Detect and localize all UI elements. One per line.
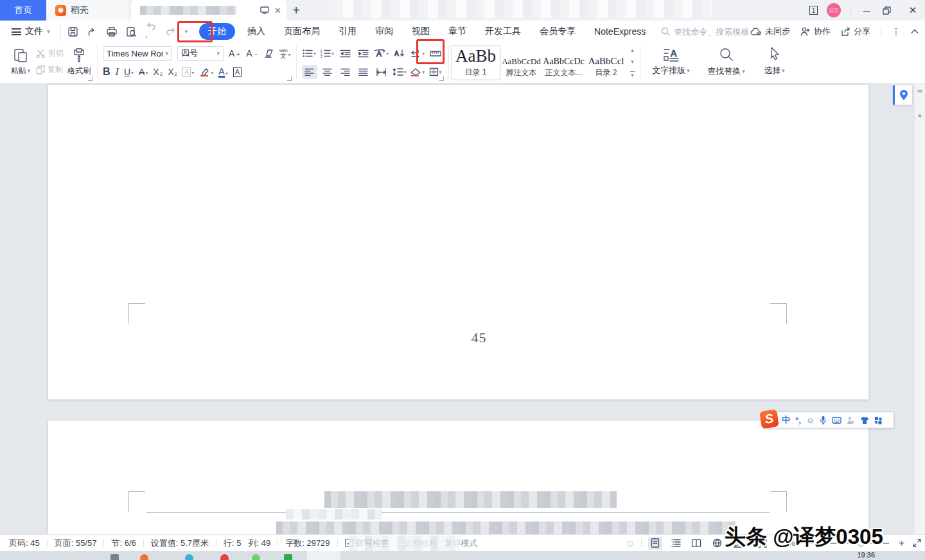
justify-icon[interactable] [356, 65, 371, 79]
styles-expand-icon[interactable]: ▼ [630, 71, 635, 78]
paragraph-dialog-launcher[interactable] [439, 76, 444, 81]
window-manager-icon[interactable]: 1 [809, 6, 818, 15]
document-page-45[interactable]: 45 [48, 85, 868, 399]
strikethrough-icon[interactable]: A▾ [139, 67, 148, 77]
select-button[interactable]: 选择▾ [754, 42, 795, 81]
decrease-font-icon[interactable]: A－ [246, 48, 258, 58]
decrease-indent-icon[interactable] [338, 46, 353, 60]
export-pdf-icon[interactable] [87, 26, 98, 37]
align-right-icon[interactable] [338, 65, 353, 79]
taskbar-app-icon[interactable] [252, 554, 260, 560]
close-button[interactable]: ✕ [906, 4, 920, 16]
undo-icon[interactable]: ▾ [145, 22, 157, 41]
styles-scroll-down-icon[interactable]: ▼ [630, 59, 635, 65]
tab-section[interactable]: 章节 [442, 23, 473, 40]
read-mode-icon[interactable] [689, 537, 703, 550]
sync-status[interactable]: 未同步 [750, 26, 790, 37]
taskbar-app-icon[interactable] [284, 554, 292, 560]
share-button[interactable]: 分享 [841, 26, 870, 37]
increase-indent-icon[interactable] [356, 46, 371, 60]
text-layout-button[interactable]: A 文字排版▾ [644, 42, 699, 81]
ime-mode-toggle[interactable]: 中 [782, 414, 790, 426]
collapse-ribbon-icon[interactable] [911, 29, 919, 34]
navigation-pin-button[interactable] [893, 85, 912, 105]
ime-skin-icon[interactable] [860, 416, 869, 424]
copy-button[interactable]: 复制 [36, 64, 64, 75]
eye-protect-icon[interactable]: ☺ [625, 538, 635, 548]
ime-toolbar[interactable]: S 中 °, ☺ ? [763, 412, 894, 428]
scroll-up-icon[interactable]: ▲ [917, 112, 923, 118]
tab-view[interactable]: 视图 [405, 23, 436, 40]
tab-insert[interactable]: 插入 [241, 23, 272, 40]
bold-icon[interactable]: B [103, 66, 110, 78]
redo-icon[interactable] [165, 27, 177, 36]
align-left-icon[interactable] [302, 65, 317, 79]
cut-button[interactable]: 剪切 [36, 48, 64, 59]
find-replace-button[interactable]: 查找替换▾ [699, 42, 754, 81]
ime-emoji-icon[interactable]: ☺ [806, 416, 815, 425]
ime-keyboard-icon[interactable] [832, 417, 841, 424]
underline-icon[interactable]: U▾ [124, 67, 134, 77]
web-view-icon[interactable] [710, 537, 724, 550]
distribute-icon[interactable] [374, 65, 389, 79]
style-body-text[interactable]: AaBbCcDc 正文文本... [543, 46, 585, 80]
increase-font-icon[interactable]: A＋ [229, 48, 241, 58]
tab-noteexpress[interactable]: NoteExpress [588, 24, 652, 39]
font-size-combo[interactable]: 四号▾ [177, 46, 224, 61]
taskbar-app-icon[interactable] [110, 554, 119, 560]
taskbar-app-icon[interactable] [220, 554, 229, 560]
font-dialog-launcher[interactable] [287, 76, 292, 81]
fullscreen-icon[interactable] [913, 539, 921, 547]
page-view-icon[interactable] [648, 537, 662, 550]
print-preview-icon[interactable] [126, 26, 137, 37]
styles-scroll-up-icon[interactable]: ▲ [630, 48, 635, 53]
taskbar-app-icon[interactable] [140, 554, 148, 560]
tab-developer[interactable]: 开发工具 [479, 23, 527, 40]
sort-icon[interactable]: A [392, 46, 407, 60]
style-toc1[interactable]: AaBb 目录 1 [452, 46, 500, 80]
taskbar-app-icon[interactable] [185, 554, 193, 560]
font-name-combo[interactable]: Times New Roma▾ [103, 46, 172, 61]
clipboard-dialog-launcher[interactable] [88, 76, 92, 81]
new-tab-button[interactable]: + [286, 0, 306, 21]
ime-mic-icon[interactable] [820, 416, 827, 424]
tab-review[interactable]: 审阅 [369, 23, 400, 40]
paste-button[interactable]: 粘贴▾ [5, 42, 36, 81]
os-taskbar[interactable]: 19:36 [0, 551, 925, 560]
vertical-scrollbar[interactable]: ▲ [915, 83, 925, 534]
ime-custom-icon[interactable]: ? [847, 416, 855, 424]
restore-button[interactable] [883, 6, 897, 15]
close-document-icon[interactable]: ✕ [274, 6, 281, 15]
line-spacing-icon[interactable]: ▾ [392, 65, 407, 79]
subscript-icon[interactable]: X2 [168, 67, 177, 77]
numbered-list-icon[interactable]: 123▾ [320, 46, 335, 60]
sogou-logo-icon[interactable]: S [759, 409, 779, 428]
pinyin-guide-icon[interactable]: wén文▾ [279, 48, 291, 59]
taskbar-active-app[interactable] [307, 551, 340, 560]
character-scale-icon[interactable]: A▾ [374, 46, 389, 60]
style-toc2[interactable]: AaBbCcl 目录 2 [585, 46, 628, 80]
ime-punctuation-icon[interactable]: °, [795, 416, 801, 425]
align-center-icon[interactable] [320, 65, 335, 79]
clear-format-icon[interactable] [264, 49, 274, 58]
document-page-46[interactable] [48, 421, 868, 534]
print-icon[interactable] [106, 26, 118, 37]
tab-membership[interactable]: 会员专享 [533, 23, 582, 40]
tab-references[interactable]: 引用 [332, 23, 363, 40]
save-icon[interactable] [67, 26, 78, 37]
ime-toolbox-icon[interactable] [874, 416, 883, 424]
document-canvas[interactable]: 45 ▲ [0, 83, 925, 534]
file-menu-button[interactable]: 文件 ▾ [0, 26, 57, 37]
style-footnote[interactable]: AaBbCcDd 脚注文本 [500, 46, 543, 80]
character-border-icon[interactable]: A [233, 67, 242, 77]
shading-icon[interactable]: ▾ [410, 65, 425, 79]
minimize-button[interactable]: ─ [859, 5, 874, 16]
italic-icon[interactable]: I [116, 66, 119, 78]
highlight-color-icon[interactable]: ▾ [199, 67, 213, 77]
tab-home[interactable]: 首页 [0, 0, 46, 21]
outline-view-icon[interactable] [669, 537, 683, 550]
ruler-toggle-icon[interactable] [917, 89, 923, 95]
font-color-icon[interactable]: A▾ [218, 67, 227, 78]
format-painter-button[interactable]: 格式刷 [64, 42, 94, 81]
avatar[interactable]: 晨阳 [827, 3, 841, 17]
